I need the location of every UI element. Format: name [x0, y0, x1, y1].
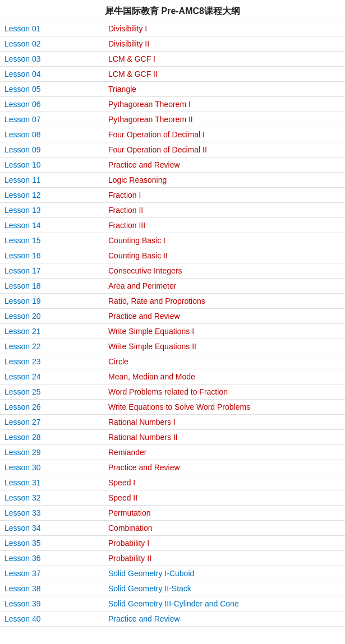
lesson-number: Lesson 11: [0, 173, 104, 188]
lesson-number: Lesson 30: [0, 460, 104, 475]
table-row: Lesson 26Write Equations to Solve Word P…: [0, 400, 345, 415]
lesson-topic: Rational Numbers II: [104, 430, 345, 445]
lesson-topic: Fraction III: [104, 218, 345, 233]
lesson-number: Lesson 01: [0, 21, 104, 36]
lesson-number: Lesson 14: [0, 218, 104, 233]
lesson-number: Lesson 26: [0, 400, 104, 415]
lesson-topic: Divisibility I: [104, 21, 345, 36]
lesson-topic: Mean, Median and Mode: [104, 369, 345, 384]
lesson-number: Lesson 02: [0, 36, 104, 52]
table-row: Lesson 06Pythagorean Theorem I: [0, 97, 345, 112]
table-row: Lesson 37Solid Geometry I-Cuboid: [0, 566, 345, 581]
lesson-number: Lesson 04: [0, 67, 104, 82]
lesson-topic: Combination: [104, 521, 345, 536]
lesson-number: Lesson 35: [0, 536, 104, 551]
table-row: Lesson 02Divisibility II: [0, 36, 345, 52]
lesson-topic: Four Operation of Decimal II: [104, 142, 345, 157]
table-row: Lesson 01Divisibility I: [0, 21, 345, 36]
table-row: Lesson 36Probability II: [0, 551, 345, 566]
table-row: Lesson 14Fraction III: [0, 218, 345, 233]
table-row: Lesson 34Combination: [0, 521, 345, 536]
lesson-topic: Permutation: [104, 506, 345, 521]
table-row: Lesson 12Fraction I: [0, 188, 345, 203]
table-row: Lesson 28Rational Numbers II: [0, 430, 345, 445]
lesson-number: Lesson 09: [0, 142, 104, 157]
table-row: Lesson 21Write Simple Equations I: [0, 324, 345, 339]
lesson-number: Lesson 23: [0, 354, 104, 369]
lesson-number: Lesson 22: [0, 339, 104, 354]
lesson-topic: Probability I: [104, 536, 345, 551]
lesson-number: Lesson 10: [0, 157, 104, 173]
lesson-number: Lesson 38: [0, 581, 104, 596]
lesson-number: Lesson 28: [0, 430, 104, 445]
table-row: Lesson 19Ratio, Rate and Proprotions: [0, 294, 345, 309]
lesson-number: Lesson 33: [0, 506, 104, 521]
lesson-number: Lesson 39: [0, 596, 104, 611]
table-row: Lesson 11Logic Reasoning: [0, 173, 345, 188]
table-row: Lesson 15Counting Basic I: [0, 233, 345, 248]
lesson-topic: Practice and Review: [104, 460, 345, 475]
table-row: Lesson 16Counting Basic II: [0, 248, 345, 263]
table-row: Lesson 39Solid Geometry III-Cylinder and…: [0, 596, 345, 611]
lesson-topic: Write Simple Equations I: [104, 324, 345, 339]
lesson-topic: Word Problems related to Fraction: [104, 384, 345, 400]
lesson-topic: Remiander: [104, 445, 345, 460]
lesson-topic: Probability II: [104, 551, 345, 566]
lesson-topic: Area and Perimeter: [104, 279, 345, 294]
lesson-number: Lesson 20: [0, 309, 104, 324]
lesson-topic: Four Operation of Decimal I: [104, 127, 345, 142]
lesson-topic: Counting Basic I: [104, 233, 345, 248]
table-row: Lesson 31Speed I: [0, 475, 345, 490]
lesson-topic: Speed II: [104, 490, 345, 506]
lesson-topic: Practice and Review: [104, 611, 345, 627]
table-row: Lesson 25Word Problems related to Fracti…: [0, 384, 345, 400]
lesson-topic: Speed I: [104, 475, 345, 490]
lesson-number: Lesson 19: [0, 294, 104, 309]
lesson-number: Lesson 21: [0, 324, 104, 339]
lesson-topic: Counting Basic II: [104, 248, 345, 263]
lesson-number: Lesson 13: [0, 203, 104, 218]
table-row: Lesson 10Practice and Review: [0, 157, 345, 173]
lesson-topic: Practice and Review: [104, 309, 345, 324]
lesson-topic: Pythagorean Theorem I: [104, 97, 345, 112]
lesson-topic: Ratio, Rate and Proprotions: [104, 294, 345, 309]
lesson-number: Lesson 27: [0, 415, 104, 430]
table-row: Lesson 38Solid Geometry II-Stack: [0, 581, 345, 596]
table-row: Lesson 17Consecutive Integers: [0, 263, 345, 279]
table-row: Lesson 33Permutation: [0, 506, 345, 521]
page-title: 犀牛国际教育 Pre-AMC8课程大纲: [0, 0, 345, 21]
lesson-number: Lesson 18: [0, 279, 104, 294]
table-row: Lesson 09Four Operation of Decimal II: [0, 142, 345, 157]
lesson-topic: Rational Numbers I: [104, 415, 345, 430]
lesson-topic: Pythagorean Theorem II: [104, 112, 345, 127]
lesson-number: Lesson 34: [0, 521, 104, 536]
lesson-number: Lesson 32: [0, 490, 104, 506]
table-row: Lesson 08Four Operation of Decimal I: [0, 127, 345, 142]
table-row: Lesson 24Mean, Median and Mode: [0, 369, 345, 384]
lesson-number: Lesson 07: [0, 112, 104, 127]
lesson-number: Lesson 25: [0, 384, 104, 400]
table-row: Lesson 13Fraction II: [0, 203, 345, 218]
table-row: Lesson 23Circle: [0, 354, 345, 369]
lesson-topic: Fraction II: [104, 203, 345, 218]
table-row: Lesson 29Remiander: [0, 445, 345, 460]
lesson-topic: Solid Geometry I-Cuboid: [104, 566, 345, 581]
lesson-topic: LCM & GCF II: [104, 67, 345, 82]
lesson-topic: Triangle: [104, 82, 345, 97]
table-row: Lesson 30Practice and Review: [0, 460, 345, 475]
lesson-number: Lesson 36: [0, 551, 104, 566]
lesson-topic: Practice and Review: [104, 157, 345, 173]
lesson-topic: Fraction I: [104, 188, 345, 203]
lesson-topic: Divisibility II: [104, 36, 345, 52]
lesson-number: Lesson 24: [0, 369, 104, 384]
lesson-number: Lesson 17: [0, 263, 104, 279]
lesson-topic: Write Simple Equations II: [104, 339, 345, 354]
lesson-number: Lesson 08: [0, 127, 104, 142]
lesson-topic: LCM & GCF I: [104, 52, 345, 67]
table-row: Lesson 40Practice and Review: [0, 611, 345, 627]
lesson-number: Lesson 37: [0, 566, 104, 581]
table-row: Lesson 22Write Simple Equations II: [0, 339, 345, 354]
lesson-number: Lesson 06: [0, 97, 104, 112]
lesson-number: Lesson 15: [0, 233, 104, 248]
lesson-number: Lesson 12: [0, 188, 104, 203]
